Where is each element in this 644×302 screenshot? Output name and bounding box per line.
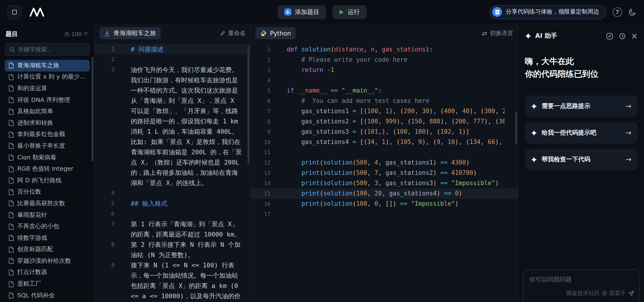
sidebar-item[interactable]: 蛋糕工厂 bbox=[5, 278, 90, 290]
language-tab[interactable]: Python bbox=[256, 27, 296, 39]
document-icon bbox=[8, 258, 14, 264]
history-icon[interactable] bbox=[619, 33, 626, 40]
sidebar-item-label: 不再贪心的小包 bbox=[17, 222, 59, 230]
sidebar-item[interactable]: 阿 D 的飞行路线 bbox=[5, 175, 90, 186]
code-scrollbar[interactable] bbox=[515, 111, 517, 144]
code-line[interactable]: 11 bbox=[251, 147, 518, 158]
sidebar-item[interactable]: SQL 代码补全 bbox=[5, 290, 90, 301]
sidebar-item[interactable]: 穿越沙漠的补给次数 bbox=[5, 255, 90, 267]
sidebar-item-label: 及格如此简单 bbox=[17, 108, 53, 116]
run-button[interactable]: 运行 bbox=[332, 5, 366, 19]
code-line[interactable]: 4 bbox=[251, 75, 518, 86]
ai-suggestion-2[interactable]: 给我一些代码提示吧→ bbox=[525, 122, 638, 144]
sidebar-item[interactable]: 比赛最高获胜次数 bbox=[5, 198, 90, 209]
code-token bbox=[324, 66, 327, 73]
search-input[interactable] bbox=[18, 46, 85, 53]
code-line[interactable]: 13 print(solution(500, 7, gas_stations2)… bbox=[251, 168, 518, 178]
rename-button[interactable]: 重命名 bbox=[220, 29, 246, 37]
share-banner[interactable]: 分享代码练习体验，领限量定制周边 bbox=[490, 5, 606, 19]
code-line[interactable]: 5if __name__ == "__main__": bbox=[251, 86, 518, 96]
code-token: ) bbox=[495, 179, 499, 187]
code-token: 100 bbox=[367, 108, 378, 115]
code-token: , bbox=[367, 179, 374, 187]
sidebar-item[interactable]: 最小替换子串长度 bbox=[5, 140, 90, 152]
document-icon bbox=[8, 212, 14, 218]
code-token: 7 bbox=[374, 169, 378, 176]
code-editor[interactable]: 1def solution(distance, n, gas_stations)… bbox=[251, 42, 518, 302]
sidebar-item[interactable]: 进制求和转换 bbox=[5, 117, 90, 129]
code-token: ( bbox=[320, 179, 324, 187]
code-line[interactable]: 1def solution(distance, n, gas_stations)… bbox=[251, 45, 518, 55]
code-token: 410700 bbox=[451, 169, 473, 176]
ai-suggestion-label: 需要一点思路提示 bbox=[542, 102, 590, 110]
code-token: , bbox=[367, 169, 374, 176]
sparkle-icon bbox=[531, 130, 537, 136]
problem-tab[interactable]: 青海湖租车之旅 bbox=[100, 27, 161, 39]
sidebar-item[interactable]: 不再贪心的小包 bbox=[5, 221, 90, 232]
code-token: 300 bbox=[499, 118, 505, 125]
code-line[interactable]: 8 gas_stations2 = [(100, 999), (150, 888… bbox=[251, 116, 518, 127]
code-line[interactable]: 14 print(solution(500, 3, gas_stations3)… bbox=[251, 178, 518, 188]
ai-question-input[interactable] bbox=[529, 276, 633, 283]
code-line[interactable]: 6 # You can add more test cases here bbox=[251, 96, 518, 106]
code-line[interactable]: 12 print(solution(500, 4, gas_stations1)… bbox=[251, 158, 518, 168]
close-icon[interactable] bbox=[632, 33, 638, 39]
sidebar-item[interactable]: 百分位数 bbox=[5, 186, 90, 198]
problem-line[interactable]: 8第 2 行表示接下来 N 行表示 N 个加油站 (N 为正整数)。 bbox=[95, 239, 250, 260]
code-line-text: # You can add more test cases here bbox=[281, 96, 505, 106]
theme-toggle-icon[interactable] bbox=[628, 8, 636, 16]
problem-line[interactable]: 1# 问题描述 bbox=[95, 44, 250, 54]
code-line-text: gas_stations4 = [(34, 1), (105, 9), (9, … bbox=[281, 137, 505, 147]
code-line[interactable]: 17 bbox=[251, 209, 518, 219]
code-token: gas_stations2 bbox=[287, 118, 352, 125]
sidebar-item[interactable]: RGB 色值转 Integer bbox=[5, 163, 90, 175]
sidebar-item[interactable]: 暴雨梨花针 bbox=[5, 209, 90, 221]
sidebar-toggle-button[interactable] bbox=[8, 5, 22, 19]
code-token: ( bbox=[437, 128, 440, 135]
switch-language-button[interactable]: ⇄ 切换语言 bbox=[482, 29, 513, 37]
sidebar-item[interactable]: 创意标题匹配 bbox=[5, 244, 90, 255]
marscode-logo-icon bbox=[29, 7, 46, 17]
problem-editor[interactable]: 1# 问题描述23油价飞升的今天，我们尽量减少花费。我们出门旅游，有时候租车去旅… bbox=[95, 42, 250, 302]
help-icon[interactable]: ? bbox=[613, 7, 622, 17]
ai-suggestion-3[interactable]: 帮我检查一下代码→ bbox=[525, 149, 638, 170]
sidebar-item[interactable]: 计算位置 x 到 y 的最少... bbox=[5, 71, 90, 83]
sidebar-scrollbar[interactable] bbox=[92, 57, 94, 162]
code-line[interactable]: 16 print(solution(100, 0, []) == "Imposs… bbox=[251, 199, 518, 209]
code-token: ) bbox=[437, 190, 440, 197]
problem-line[interactable]: 4 bbox=[95, 188, 250, 198]
code-token: "__main__" bbox=[342, 87, 378, 94]
sidebar-item[interactable]: 及格如此简单 bbox=[5, 106, 90, 117]
code-line[interactable]: 15 print(solution(100, 20, gas_stations4… bbox=[251, 188, 518, 199]
sidebar-item-label: RGB 色值转 Integer bbox=[17, 165, 73, 173]
code-token bbox=[356, 128, 360, 135]
problem-line[interactable]: 6 bbox=[95, 208, 250, 219]
line-number: 5 bbox=[95, 198, 125, 208]
sidebar-item[interactable]: 环状 DNA 序列整理 bbox=[5, 94, 90, 106]
add-problem-button[interactable]: + 添加题目 bbox=[278, 5, 326, 19]
problem-line[interactable]: 3油价飞升的今天，我们尽量减少花费。我们出门旅游，有时候租车去旅游也是一种不错的… bbox=[95, 65, 250, 188]
code-line[interactable]: 9 gas_stations3 = [(101,), (100, 100), (… bbox=[251, 127, 518, 137]
problem-line[interactable]: 9接下来 N (1 <= N <= 100) 行表示，每一个加油站情况。每一个加… bbox=[95, 260, 250, 302]
ai-input-box[interactable]: 掘金技术社区 @ 雷震子 bbox=[523, 269, 639, 302]
line-number: 1 bbox=[95, 44, 125, 54]
sidebar-item[interactable]: 和的逆运算 bbox=[5, 83, 90, 94]
sidebar-item[interactable]: 打点计数器 bbox=[5, 267, 90, 278]
sidebar-item[interactable]: 猜数字游戏 bbox=[5, 232, 90, 244]
sidebar-item[interactable]: 拿到最多红包金额 bbox=[5, 129, 90, 140]
search-box[interactable] bbox=[5, 43, 90, 56]
sidebar-item[interactable]: 青海湖租车之旅 bbox=[5, 60, 90, 71]
sidebar-item[interactable]: Cion 勒索病毒 bbox=[5, 152, 90, 163]
problem-line[interactable]: 7第 1 行表示「青海湖」到「景点 X」的距离，距离最远不超过 10000 km… bbox=[95, 219, 250, 239]
ai-greeting-line1: 嗨，大牛在此 bbox=[525, 55, 638, 68]
code-line[interactable]: 10 gas_stations4 = [(34, 1), (105, 9), (… bbox=[251, 137, 518, 147]
new-chat-icon[interactable] bbox=[606, 33, 613, 40]
code-line[interactable]: 7 gas_stations1 = [(100, 1), (200, 30), … bbox=[251, 106, 518, 116]
code-line[interactable]: 3 return -1 bbox=[251, 65, 518, 75]
ai-suggestion-1[interactable]: 需要一点思路提示→ bbox=[525, 95, 638, 117]
problem-scrollbar[interactable] bbox=[248, 46, 250, 164]
code-token: 100 bbox=[367, 118, 378, 125]
problem-line[interactable]: 2 bbox=[95, 54, 250, 65]
code-line[interactable]: 2 # Please write your code here bbox=[251, 55, 518, 65]
problem-line[interactable]: 5## 输入格式 bbox=[95, 198, 250, 208]
